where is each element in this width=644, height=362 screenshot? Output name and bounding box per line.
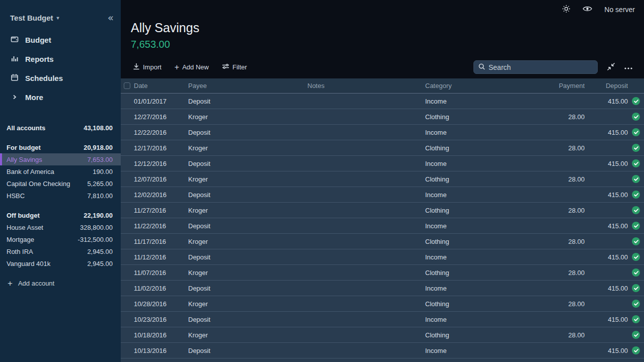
budget-switcher[interactable]: Test Budget ▾ [10, 14, 59, 22]
transaction-payee[interactable]: Deposit [188, 191, 307, 199]
transaction-category[interactable]: Clothing [425, 175, 531, 183]
collapse-transactions-button[interactable] [607, 62, 615, 72]
transaction-deposit[interactable]: 415.00 [585, 129, 628, 136]
transaction-date[interactable]: 10/18/2016 [134, 331, 188, 339]
cleared-check-icon[interactable] [632, 159, 640, 167]
transaction-deposit[interactable]: 415.00 [585, 253, 628, 261]
cleared-check-icon[interactable] [632, 206, 640, 214]
transaction-row[interactable]: 12/07/2016 Kroger Clothing 28.00 [121, 171, 644, 187]
transaction-row[interactable]: 11/02/2016 Deposit Income 415.00 [121, 281, 644, 296]
transaction-row[interactable]: 12/02/2016 Deposit Income 415.00 [121, 187, 644, 203]
cleared-check-icon[interactable] [632, 268, 640, 277]
transaction-category[interactable]: Clothing [425, 113, 531, 121]
transaction-row[interactable]: 10/13/2016 Deposit Income 415.00 [121, 343, 644, 358]
transaction-date[interactable]: 12/17/2016 [134, 144, 188, 152]
transaction-date[interactable]: 01/01/2017 [134, 98, 188, 105]
cleared-check-icon[interactable] [632, 128, 640, 136]
transaction-category[interactable]: Income [425, 285, 531, 292]
transaction-payee[interactable]: Deposit [188, 347, 307, 354]
transaction-date[interactable]: 12/12/2016 [134, 160, 188, 167]
transaction-category[interactable]: Clothing [425, 207, 531, 214]
cleared-check-icon[interactable] [632, 346, 640, 354]
transaction-payment[interactable]: 28.00 [531, 269, 585, 277]
transaction-deposit[interactable]: 415.00 [585, 98, 628, 105]
transaction-category[interactable]: Income [425, 98, 531, 105]
transaction-payee[interactable]: Deposit [188, 253, 307, 261]
privacy-toggle-button[interactable] [583, 6, 592, 14]
transaction-payee[interactable]: Deposit [188, 129, 307, 136]
transaction-payment[interactable]: 28.00 [531, 300, 585, 308]
sidebar-account-item[interactable]: Ally Savings 7,653.00 [0, 153, 121, 165]
sidebar-account-item[interactable]: Vanguard 401k 2,945.00 [0, 257, 121, 269]
transaction-payee[interactable]: Kroger [188, 113, 307, 121]
transaction-payee[interactable]: Kroger [188, 207, 307, 214]
transaction-deposit[interactable]: 415.00 [585, 160, 628, 167]
transaction-payment[interactable]: 28.00 [531, 238, 585, 245]
cleared-check-icon[interactable] [632, 253, 640, 261]
transaction-row[interactable]: 12/17/2016 Kroger Clothing 28.00 [121, 140, 644, 156]
transaction-category[interactable]: Income [425, 222, 531, 230]
transaction-payee[interactable]: Deposit [188, 160, 307, 167]
select-all-checkbox[interactable] [124, 82, 130, 89]
transaction-payment[interactable]: 28.00 [531, 175, 585, 183]
transaction-row[interactable]: 11/17/2016 Kroger Clothing 28.00 [121, 234, 644, 249]
cleared-check-icon[interactable] [632, 222, 640, 230]
sidebar-account-item[interactable]: HSBC 7,810.00 [0, 190, 121, 202]
transaction-deposit[interactable]: 415.00 [585, 347, 628, 354]
transaction-row[interactable]: 12/12/2016 Deposit Income 415.00 [121, 156, 644, 171]
sidebar-item-more[interactable]: More [0, 87, 121, 107]
transaction-date[interactable]: 10/13/2016 [134, 347, 188, 354]
sidebar-collapse-button[interactable]: « [108, 13, 114, 23]
cleared-check-icon[interactable] [632, 97, 640, 105]
transaction-date[interactable]: 12/22/2016 [134, 129, 188, 136]
transaction-category[interactable]: Income [425, 191, 531, 199]
transaction-payee[interactable]: Deposit [188, 222, 307, 230]
transaction-date[interactable]: 11/22/2016 [134, 222, 188, 230]
transaction-deposit[interactable]: 415.00 [585, 285, 628, 292]
transaction-payee[interactable]: Deposit [188, 316, 307, 323]
transaction-row[interactable]: 12/22/2016 Deposit Income 415.00 [121, 125, 644, 140]
transaction-deposit[interactable]: 415.00 [585, 191, 628, 199]
cleared-check-icon[interactable] [632, 113, 640, 121]
filter-button[interactable]: Filter [222, 63, 247, 71]
transaction-date[interactable]: 11/02/2016 [134, 285, 188, 292]
transaction-row[interactable]: 10/18/2016 Kroger Clothing 28.00 [121, 327, 644, 343]
server-status-button[interactable]: No server [604, 6, 635, 14]
transaction-date[interactable]: 12/02/2016 [134, 191, 188, 199]
sidebar-item-reports[interactable]: Reports [0, 49, 121, 68]
transaction-date[interactable]: 10/23/2016 [134, 316, 188, 323]
transaction-row[interactable]: 10/23/2016 Deposit Income 415.00 [121, 312, 644, 327]
cleared-check-icon[interactable] [632, 175, 640, 183]
transaction-category[interactable]: Income [425, 129, 531, 136]
cleared-check-icon[interactable] [632, 300, 640, 308]
transaction-category[interactable]: Clothing [425, 331, 531, 339]
transaction-row[interactable]: 01/01/2017 Deposit Income 415.00 [121, 94, 644, 109]
account-menu-button[interactable] [624, 63, 632, 71]
transaction-date[interactable]: 11/07/2016 [134, 269, 188, 277]
transaction-category[interactable]: Income [425, 316, 531, 323]
transaction-payment[interactable]: 28.00 [531, 113, 585, 121]
transaction-category[interactable]: Income [425, 253, 531, 261]
transaction-deposit[interactable]: 415.00 [585, 316, 628, 323]
cleared-check-icon[interactable] [632, 315, 640, 323]
account-balance-total[interactable]: 7,653.00 [131, 39, 644, 50]
cleared-check-icon[interactable] [632, 191, 640, 199]
transaction-payment[interactable]: 28.00 [531, 331, 585, 339]
transaction-category[interactable]: Clothing [425, 144, 531, 152]
transaction-payment[interactable]: 28.00 [531, 144, 585, 152]
sidebar-account-item[interactable]: Roth IRA 2,945.00 [0, 245, 121, 257]
transaction-date[interactable]: 11/17/2016 [134, 238, 188, 245]
transaction-row[interactable]: 11/12/2016 Deposit Income 415.00 [121, 249, 644, 265]
cleared-check-icon[interactable] [632, 331, 640, 339]
transaction-deposit[interactable]: 415.00 [585, 222, 628, 230]
transaction-payee[interactable]: Deposit [188, 98, 307, 105]
cleared-check-icon[interactable] [632, 284, 640, 292]
transaction-payee[interactable]: Kroger [188, 175, 307, 183]
all-accounts-row[interactable]: All accounts 43,108.00 [0, 122, 121, 134]
transaction-date[interactable]: 12/27/2016 [134, 113, 188, 121]
sidebar-item-budget[interactable]: Budget [0, 30, 121, 49]
transaction-payee[interactable]: Kroger [188, 300, 307, 308]
sidebar-item-schedules[interactable]: Schedules [0, 68, 121, 87]
transaction-date[interactable]: 12/07/2016 [134, 175, 188, 183]
theme-toggle-button[interactable] [562, 5, 571, 15]
